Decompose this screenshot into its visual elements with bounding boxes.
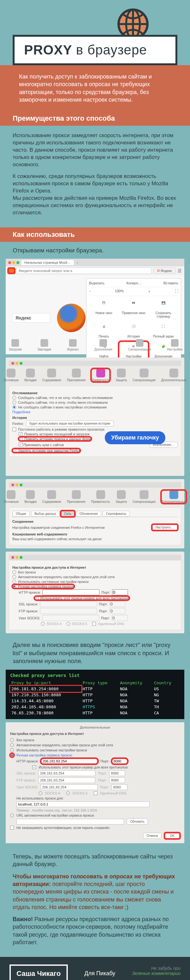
port-input[interactable]	[112, 589, 128, 595]
tab-security[interactable]: Защита	[116, 369, 127, 382]
urlbar[interactable]	[16, 267, 152, 274]
connection-desc: Настройка параметров соединения Firefox …	[12, 526, 104, 530]
minimize-icon[interactable]	[12, 261, 15, 264]
cb-private[interactable]	[12, 428, 16, 431]
r-auto-2[interactable]	[10, 743, 14, 747]
reload-button[interactable]: Обновить	[127, 819, 148, 824]
addtab-button[interactable]: ＋	[76, 260, 79, 265]
port-input-filled[interactable]	[112, 758, 128, 764]
radio-manual[interactable]	[12, 584, 16, 588]
socks-port[interactable]	[112, 615, 128, 621]
noproxy-input[interactable]	[16, 802, 150, 807]
http-input-filled[interactable]	[41, 758, 98, 764]
yandex-search-label[interactable]: Я Яндекс	[153, 267, 176, 274]
tab-tabs-2[interactable]: Вкладки	[24, 490, 37, 503]
cb-same-proxy[interactable]	[35, 596, 38, 600]
ssl-port[interactable]	[110, 601, 125, 607]
table-row[interactable]: 76.65.230.78:8080HTTPNOACA	[10, 710, 180, 716]
radio-no-pref[interactable]	[12, 405, 16, 409]
cb-clear-on-close[interactable]	[12, 449, 16, 452]
paste-button[interactable]: Вставить	[163, 281, 178, 285]
close-icon[interactable]	[8, 261, 11, 264]
radio-socks4[interactable]	[41, 622, 45, 626]
tab-general-2[interactable]: Основные	[4, 490, 19, 503]
r-system-2[interactable]	[10, 748, 14, 752]
radio-do-not-track[interactable]	[12, 396, 16, 399]
table-row[interactable]: 202.44.105.48:8080HTTPSNOATH	[10, 704, 180, 710]
tab-advanced-2[interactable]: Дополнительные	[161, 490, 186, 503]
bm-sync[interactable]: Синхронизация	[128, 339, 151, 351]
http-input[interactable]	[42, 589, 99, 595]
table-row[interactable]: 114.33.44.45:8080HTTPNOATW	[10, 698, 180, 704]
fullscreen-icon[interactable]: ⛶	[175, 289, 178, 294]
cb-remote-dns[interactable]	[92, 622, 96, 626]
tab-sync-2[interactable]: Синхронизация	[133, 490, 155, 503]
menu-history[interactable]: 🕒История	[119, 321, 148, 341]
configure-button[interactable]: Настроить…	[152, 524, 178, 530]
tab-title[interactable]: Начальная страница Mozil…	[21, 260, 74, 265]
tab-apps-2[interactable]: Приложения	[67, 490, 86, 503]
yandex-logo[interactable]: Яндекс	[12, 313, 50, 323]
bm-bookmarks[interactable]: Закладки	[37, 339, 51, 351]
label-dnt1: Сообщать сайтам, что я не хочу, чтобы ме…	[18, 396, 113, 399]
radio-do-track[interactable]	[12, 401, 16, 404]
outro-p3: Важно! Разные ресурсы предоставляют адре…	[13, 915, 177, 946]
subtab-updates[interactable]: Обновления	[76, 511, 101, 517]
radio-system[interactable]	[12, 580, 16, 584]
tab-tabs[interactable]: Вкладки	[24, 369, 37, 382]
r-manual-2[interactable]	[10, 753, 14, 757]
radio-socks5[interactable]	[67, 622, 70, 626]
subtab-certs[interactable]: Сертификаты	[102, 511, 130, 517]
menu-save[interactable]: 💾Сохранить страницу	[148, 298, 178, 321]
autourl-input[interactable]	[16, 819, 124, 824]
menu-fullscreen[interactable]: ⛶Полный экран	[148, 321, 178, 341]
tab-content[interactable]: Содержимое	[42, 369, 61, 382]
r-autourl[interactable]	[10, 813, 14, 817]
tab-sync[interactable]: Синхронизация	[133, 369, 155, 382]
subtab-data[interactable]: Выбор данных	[31, 511, 59, 517]
subtab-network[interactable]: Сеть	[61, 511, 75, 517]
noproxy-example: Пример: .mozilla-russia.org, .net.nz, 19…	[16, 808, 180, 812]
socks-input[interactable]	[42, 615, 99, 621]
cb-noauth[interactable]	[10, 826, 14, 830]
tab-content-2[interactable]: Содержимое	[42, 490, 61, 503]
table-row[interactable]: 197.210.255.150:8080HTTPNOANG	[10, 692, 180, 698]
tab-general[interactable]: Основные	[4, 369, 19, 382]
ftp-input[interactable]	[40, 608, 97, 614]
ok-button[interactable]: OK	[164, 833, 180, 839]
firefox-logo	[57, 304, 86, 332]
r-noproxy-2[interactable]	[10, 738, 14, 742]
cancel-button[interactable]: Отмена	[143, 833, 161, 839]
zoom-plus-button[interactable]: ＋	[148, 289, 151, 294]
cb-cookies[interactable]	[19, 443, 22, 447]
menu-private[interactable]: 🕶Приватное окно	[119, 298, 148, 321]
subtab-general[interactable]: Общие	[12, 511, 30, 517]
radio-noproxy[interactable]	[12, 570, 16, 574]
ssl-input[interactable]	[40, 601, 97, 607]
menu-print[interactable]: 🖨Печать	[89, 321, 119, 341]
tab-security-2[interactable]: Защита	[116, 490, 127, 503]
proxy-conf-title: Настройка прокси для доступа в Интернет	[10, 732, 180, 735]
bm-downloads[interactable]: Загрузки	[9, 339, 22, 351]
cb-same-2[interactable]	[32, 765, 36, 769]
ftp-port[interactable]	[110, 608, 125, 614]
menu-newwindow[interactable]: 🗔Новое окно	[89, 298, 119, 321]
tab-advanced[interactable]: Дополнительные	[161, 369, 186, 382]
bm-history[interactable]: Журнал	[67, 339, 79, 351]
tab-privacy-2[interactable]: Приватность	[91, 490, 110, 503]
bm-settings[interactable]: Настройки	[167, 339, 182, 351]
bm-addons[interactable]: Дополнения	[94, 339, 112, 351]
radio-auto[interactable]	[12, 575, 16, 579]
cut-button[interactable]: Вырезать	[89, 281, 104, 285]
copy-button[interactable]: Копиро…	[126, 281, 142, 285]
tab-privacy[interactable]: Приватность	[91, 369, 110, 382]
learn-more-link[interactable]: Подробнее	[12, 410, 30, 414]
tab-apps[interactable]: Приложения	[67, 369, 86, 382]
cb-remember-forms[interactable]	[19, 437, 22, 441]
maximize-icon[interactable]	[16, 261, 19, 264]
table-row[interactable]: 206.181.83.254:8080HTTPNOAUS	[10, 686, 180, 692]
menu-button[interactable]: ☰	[178, 268, 182, 273]
zoom-minus-button[interactable]: −	[89, 289, 91, 294]
history-mode-select[interactable]: будет использовать ваши настройки хранен…	[26, 420, 114, 426]
cb-remember-history[interactable]	[19, 432, 22, 436]
